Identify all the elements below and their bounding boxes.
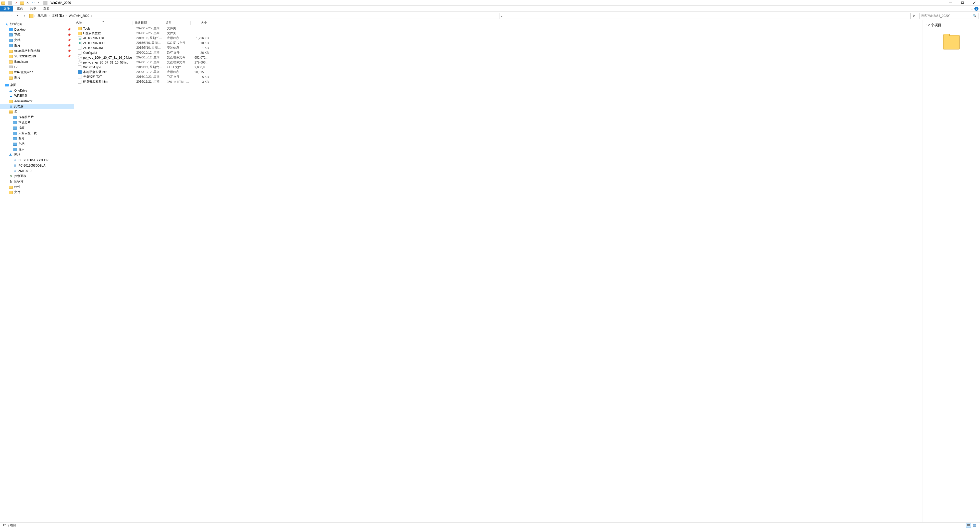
star-icon: ★ — [5, 22, 9, 26]
sidebar-item-label: 图片 — [14, 76, 21, 80]
column-type[interactable]: 类型 — [163, 20, 191, 26]
sidebar-item[interactable]: 软件 — [0, 184, 74, 190]
breadcrumb-sep[interactable]: › — [34, 14, 36, 17]
sidebar-item[interactable]: 本机照片 — [0, 120, 74, 125]
sidebar-item[interactable]: 图片📌 — [0, 43, 74, 48]
properties-icon[interactable]: ✓ — [14, 1, 18, 5]
undo-icon[interactable]: ↶ — [31, 1, 35, 5]
address-history-dropdown[interactable]: ⌄ — [499, 13, 504, 19]
sidebar-network[interactable]: 🖧 网络 — [0, 152, 74, 157]
sidebar-item-label: 天翼云盘下载 — [18, 131, 37, 135]
sidebar-item-label: 音乐 — [18, 147, 24, 152]
nav-up-button[interactable]: ↑ — [21, 13, 27, 19]
file-date: 2020/10/12, 星期一 1... — [134, 51, 165, 55]
tab-home[interactable]: 主页 — [13, 6, 27, 11]
sidebar-item[interactable]: 文件 — [0, 190, 74, 195]
sidebar-item[interactable]: G:\ — [0, 64, 74, 70]
column-size[interactable]: 大小 — [191, 20, 209, 26]
breadcrumb-1[interactable]: 文档 (E:) — [51, 14, 65, 18]
sidebar-item[interactable]: 🖥PC-20190530OBLA — [0, 163, 74, 168]
sidebar-item[interactable]: 🖥DESKTOP-LSSOEDP — [0, 157, 74, 163]
sidebar-item[interactable]: 文档📌 — [0, 38, 74, 43]
help-icon[interactable]: ? — [974, 6, 978, 11]
file-row[interactable]: 光盘说明.TXT2016/10/23, 星期日 0...TXT 文件5 KB — [74, 75, 923, 79]
sidebar-item-label: excel表格制作求和 — [14, 49, 40, 53]
breadcrumb-sep[interactable]: › — [48, 14, 50, 17]
sidebar-item[interactable]: ☁WPS网盘 — [0, 93, 74, 98]
breadcrumb-sep[interactable]: › — [65, 14, 67, 17]
sidebar-item[interactable]: win7重装win7 — [0, 70, 74, 75]
file-row[interactable]: AUTORUN.EXE2016/1/8, 星期五 04:...应用程序1,926… — [74, 36, 923, 41]
preview-folder-icon — [943, 35, 959, 49]
sidebar-item[interactable]: 🖥ZMT2019 — [0, 168, 74, 173]
refresh-button[interactable]: ↻ — [910, 13, 917, 19]
tab-view[interactable]: 查看 — [40, 6, 53, 11]
file-row[interactable]: 本地硬盘安装.exe2020/10/12, 星期一 1...应用程序28,315… — [74, 70, 923, 75]
sidebar-item[interactable]: YUNQISHI2019📌 — [0, 54, 74, 59]
nav-back-button[interactable]: ← — [2, 13, 7, 19]
view-large-icons-button[interactable] — [972, 523, 977, 528]
close-tab-icon[interactable]: ✕ — [25, 1, 30, 5]
new-folder-icon[interactable] — [20, 1, 24, 5]
sidebar-item[interactable]: 🗑回收站 — [0, 179, 74, 184]
sidebar-item[interactable]: 音乐 — [0, 147, 74, 152]
sidebar-quick-access[interactable]: ★ 快速访问 — [0, 21, 74, 27]
sidebar-desktop[interactable]: 桌面 — [0, 82, 74, 88]
minimize-button[interactable] — [945, 0, 956, 6]
sidebar-item[interactable]: ⚙控制面板 — [0, 173, 74, 179]
sidebar-item-label: Desktop — [14, 28, 25, 32]
sidebar-item[interactable]: Administrator — [0, 98, 74, 104]
sidebar-item-label: G:\ — [14, 65, 18, 69]
column-name[interactable]: ▲名称 — [74, 20, 133, 26]
breadcrumb-sep[interactable]: › — [91, 14, 93, 17]
qat-dropdown-icon[interactable]: ▾ — [37, 1, 41, 5]
column-date[interactable]: 修改日期 — [133, 20, 163, 26]
sidebar-item[interactable]: 下载📌 — [0, 32, 74, 38]
sidebar-item[interactable]: ☁OneDrive — [0, 88, 74, 93]
file-row[interactable]: AUTORUN.ICO2015/5/10, 星期日 02...ICO 图片文件1… — [74, 41, 923, 45]
folder-icon — [9, 49, 13, 53]
file-icon — [78, 41, 82, 45]
file-type: 文件夹 — [165, 31, 192, 35]
tab-file[interactable]: 文件 — [0, 6, 13, 11]
sidebar-item[interactable]: Desktop📌 — [0, 27, 74, 32]
sidebar-item[interactable]: 🖥此电脑 — [0, 104, 74, 109]
file-name: pe_yqs_xp_20_07_31_15_53.iso — [83, 61, 128, 64]
tab-share[interactable]: 共享 — [27, 6, 40, 11]
file-row[interactable]: 硬盘安装教程.html2016/11/21, 星期一 2...360 se HT… — [74, 79, 923, 84]
recycle-icon: 🗑 — [9, 179, 13, 184]
maximize-button[interactable] — [956, 0, 968, 6]
file-type: 360 se HTML Do... — [165, 80, 192, 84]
sidebar-item[interactable]: Bandicam — [0, 59, 74, 64]
sidebar-item[interactable]: 天翼云盘下载 — [0, 131, 74, 136]
search-icon[interactable]: 🔍 — [973, 14, 977, 17]
search-input[interactable] — [921, 14, 973, 17]
nav-forward-button[interactable]: → — [8, 13, 14, 19]
qat-separator — [8, 1, 12, 5]
file-row[interactable]: Config.dat2020/10/12, 星期一 1...DAT 文件36 K… — [74, 50, 923, 55]
sidebar-item[interactable]: 库 — [0, 109, 74, 114]
sidebar-item[interactable]: excel表格制作求和📌 — [0, 48, 74, 54]
file-row[interactable]: U盘安装教程2020/12/25, 星期五 1...文件夹 — [74, 31, 923, 36]
file-date: 2015/5/10, 星期日 02... — [134, 46, 165, 50]
breadcrumb-2[interactable]: Win7x64_2020 — [68, 14, 90, 17]
search-box[interactable]: 🔍 — [919, 13, 978, 19]
file-row[interactable]: pe_yqs_xp_20_07_31_15_53.iso2020/10/12, … — [74, 60, 923, 65]
sidebar-item[interactable]: 图片 — [0, 136, 74, 141]
file-row[interactable]: Win7x64.gho2019/9/7, 星期六 19:...GHO 文件2,9… — [74, 65, 923, 70]
address-box[interactable]: › 此电脑 › 文档 (E:) › Win7x64_2020 › ⌄ ↻ — [28, 13, 918, 19]
sidebar-item[interactable]: 图片 — [0, 75, 74, 80]
file-row[interactable]: Tools2020/12/25, 星期五 1...文件夹 — [74, 26, 923, 31]
sidebar-item[interactable]: 保存的图片 — [0, 114, 74, 120]
sidebar-item[interactable]: 文档 — [0, 141, 74, 147]
file-row[interactable]: AUTORUN.INF2015/5/10, 星期日 02...安装信息1 KB — [74, 45, 923, 50]
sidebar-item[interactable]: 视频 — [0, 125, 74, 131]
view-details-button[interactable] — [966, 523, 971, 528]
file-list[interactable]: ▲名称 修改日期 类型 大小 Tools2020/12/25, 星期五 1...… — [74, 20, 923, 522]
nav-recent-dropdown[interactable]: ▾ — [15, 13, 21, 19]
file-row[interactable]: pe_yqs_1064_20_07_31_16_04.iso2020/10/12… — [74, 55, 923, 60]
breadcrumb-0[interactable]: 此电脑 — [37, 14, 48, 18]
close-button[interactable] — [968, 0, 980, 6]
lib-icon — [9, 110, 13, 114]
ribbon-expand-icon[interactable]: ⌵ — [971, 7, 973, 11]
